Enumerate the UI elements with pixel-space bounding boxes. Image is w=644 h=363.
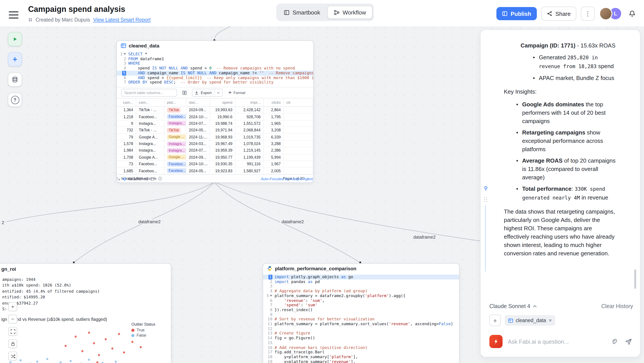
code-line[interactable]: 3 [263, 284, 459, 289]
code-line[interactable]: 16# Add revenue bars (positive direction… [263, 345, 459, 350]
code-line[interactable]: 5platform_summary = dataframe2.groupby('… [263, 293, 459, 298]
workflow-icon [334, 10, 340, 15]
table-row[interactable]: 79Google A...Google ...2024-11-...19,968… [117, 134, 313, 141]
node-title-bar[interactable]: cleaned_data [117, 41, 313, 51]
code-line[interactable]: 15 [263, 340, 459, 345]
table-row[interactable]: 1,364TikTok - ...TikTok2024-09...19,993.… [117, 107, 313, 114]
table-row[interactable]: 9Instagra...Instagra...2024-07...19,988.… [117, 120, 313, 127]
code-line[interactable]: 11platform_summary = platform_summary.so… [263, 322, 459, 326]
node-campaign-roi[interactable]: gn_roi ampaigns: 1944ith ≥$10k spend: 10… [0, 263, 171, 363]
more-options-button[interactable]: ⋮ [581, 7, 595, 21]
table-cell: 2024-09... [186, 154, 210, 160]
remove-chip-icon[interactable]: × [549, 317, 552, 323]
chat-input[interactable] [507, 338, 605, 345]
code-line[interactable]: 19 x=platform_summary['revenue'], [263, 359, 459, 363]
code-line[interactable]: 2FROM dataframe1 [117, 57, 313, 61]
fold-caret-icon[interactable] [124, 53, 126, 55]
data-sources-button[interactable] [8, 73, 22, 87]
panel-scrollbar[interactable] [634, 269, 636, 289]
python-code-editor[interactable]: 1import plotly.graph_objects as go2impor… [263, 273, 459, 363]
table-header-row[interactable]: cam...cam...plat...star...spendimpr...cl… [117, 98, 313, 107]
table-cell [284, 120, 313, 127]
add-context-button[interactable]: + [489, 315, 501, 326]
table-row[interactable]: 1,578Instagra...Instagra...2024-03...19,… [117, 141, 313, 147]
code-line[interactable]: 10# Sort by revenue for better visualiza… [263, 317, 459, 322]
pin-icon[interactable] [483, 186, 488, 191]
fold-caret-icon[interactable] [270, 295, 272, 297]
column-header[interactable]: spend [210, 98, 236, 106]
sql-code-editor[interactable]: 1SELECT *2FROM dataframe13WHERE4 spend I… [117, 51, 313, 87]
scatter-point-true [131, 341, 134, 343]
node-title-bar[interactable]: platform_performance_comparison [263, 264, 459, 273]
zoom-in-button[interactable]: + [8, 302, 17, 311]
column-header[interactable]: cam... [117, 98, 136, 106]
code-line[interactable]: 4# Aggregate data by platform (ad group) [263, 289, 459, 293]
lock-button[interactable] [8, 339, 17, 348]
drag-handle-icon[interactable] [484, 197, 488, 202]
share-button[interactable]: Share [542, 7, 576, 21]
publish-button[interactable]: Publish [496, 7, 537, 20]
table-cell [284, 161, 313, 167]
platform-badge: Google ... [167, 155, 186, 160]
table-row[interactable]: 1,708Google A...Google ...2024-09...19,9… [117, 154, 313, 161]
send-icon[interactable] [623, 337, 633, 346]
table-row[interactable]: 1,984Instagra...Instagra...2024-07...19,… [117, 147, 313, 154]
collaborator-avatars[interactable]: L [599, 7, 622, 20]
copy-icon[interactable] [150, 177, 154, 181]
table-row[interactable]: 1,685Faceboo...Faceboo...2024-05...19,92… [117, 168, 313, 174]
avatar[interactable] [599, 7, 612, 20]
format-button[interactable]: Format [228, 91, 245, 95]
model-selector[interactable]: Claude Sonnet 4 [489, 303, 537, 309]
clear-history-button[interactable]: Clear History [602, 303, 633, 309]
search-input[interactable] [121, 89, 177, 97]
legend-label-false[interactable]: False [136, 333, 146, 337]
help-button[interactable]: ? [8, 93, 22, 107]
code-line[interactable]: 7 'spend': 'sum' [263, 303, 459, 307]
code-line[interactable]: 12 [263, 326, 459, 331]
node-platform-performance[interactable]: platform_performance_comparison 1import … [263, 263, 460, 363]
code-line[interactable]: 17fig.add_trace(go.Bar( [263, 350, 459, 355]
shuffle-layout-button[interactable] [8, 351, 17, 360]
code-line[interactable]: 6 AND spend > {{spend_limit}} -- Keep on… [117, 75, 313, 80]
code-line[interactable]: 5 AND campaign_name IS NOT NULL AND camp… [117, 71, 313, 75]
code-line[interactable]: 2import pandas as pd [263, 279, 459, 284]
legend-title: Outlier Status [131, 322, 155, 326]
column-header[interactable]: star... [186, 98, 210, 106]
code-line[interactable]: 1import plotly.graph_objects as go [263, 275, 459, 279]
code-line[interactable]: 3WHERE [117, 61, 313, 66]
edge-label-dataframe2: dataframe2 [280, 219, 305, 224]
code-line[interactable]: 9 [263, 312, 459, 317]
table-row[interactable]: 73Faceboo...Faceboo...2024-10-...19,930.… [117, 161, 313, 168]
output-dataframe-label[interactable]: dataframe2 [128, 177, 148, 181]
add-cell-button[interactable]: + [8, 52, 22, 66]
code-line[interactable]: 14fig = go.Figure() [263, 336, 459, 340]
table-row[interactable]: 732TikTok - ...TikTok2024-05...19,971.94… [117, 127, 313, 134]
legend-label-true[interactable]: True [136, 328, 144, 332]
zoom-out-button[interactable]: − [8, 315, 17, 323]
column-header[interactable]: clicks [264, 98, 284, 106]
code-line[interactable]: 7ORDER BY spend DESC; -- Order by spend … [117, 80, 313, 85]
menu-icon[interactable] [9, 9, 18, 16]
code-line[interactable]: 4 spend IS NOT NULL AND spend > 0 -- Rem… [117, 66, 313, 71]
code-line[interactable]: 1SELECT * [117, 52, 313, 57]
export-button[interactable]: Export [192, 89, 222, 97]
code-line[interactable]: 8}).reset_index() [263, 308, 459, 312]
column-header[interactable]: impr... [236, 98, 264, 106]
table-row[interactable]: 1,218Faceboo...Faceboo...2024-10-...19,9… [117, 114, 313, 120]
code-line[interactable]: 13# Create figure [263, 331, 459, 336]
notifications-bell-icon[interactable] [626, 8, 638, 19]
code-line[interactable]: 18 y=platform_summary['platform'], [263, 355, 459, 359]
code-line[interactable]: 6 'revenue': 'sum', [263, 298, 459, 303]
column-header[interactable]: plat... [164, 98, 186, 106]
context-chip-cleaned-data[interactable]: cleaned_data × [505, 315, 555, 326]
tab-workflow[interactable]: Workflow [327, 6, 372, 19]
fit-view-button[interactable] [8, 327, 17, 336]
run-all-button[interactable] [8, 32, 22, 46]
tab-smartbook[interactable]: Smartbook [278, 6, 326, 19]
latest-report-link[interactable]: View Latest Smart Report [93, 17, 151, 23]
columns-icon[interactable] [182, 91, 187, 95]
node-cleaned-data[interactable]: cleaned_data 1SELECT *2FROM dataframe13W… [116, 41, 314, 183]
column-header[interactable]: cam... [136, 98, 164, 106]
column-header[interactable]: ctr [284, 98, 313, 106]
attachment-icon[interactable] [609, 337, 619, 346]
